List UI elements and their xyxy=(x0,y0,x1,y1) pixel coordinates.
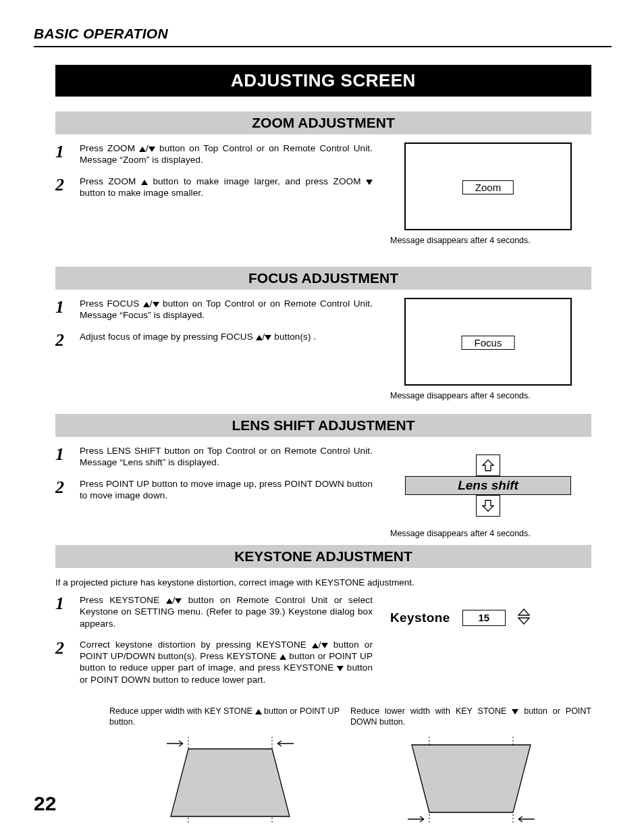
header-rule xyxy=(34,46,612,47)
arrow-up-icon xyxy=(481,459,495,471)
page-number: 22 xyxy=(34,792,56,815)
zoom-screen-illustration: Zoom xyxy=(404,142,572,230)
step-number: 1 xyxy=(55,298,80,321)
zoom-step-1: 1 Press ZOOM / button on Top Control or … xyxy=(55,142,373,166)
keystone-ui-value: 15 xyxy=(462,610,506,626)
step-text: Press LENS SHIFT button on Top Control o… xyxy=(80,445,373,469)
triangle-up-icon xyxy=(279,654,286,660)
step-text: Press ZOOM / button on Top Control or on… xyxy=(80,142,373,166)
svg-marker-2 xyxy=(171,749,290,816)
triangle-down-icon xyxy=(337,666,344,671)
triangle-down-icon xyxy=(175,598,182,604)
keystone-diagrams-row: Reduce upper width with KEY STONE button… xyxy=(55,706,591,827)
keystone-ui-label: Keystone xyxy=(390,610,450,625)
arrow-up-box xyxy=(476,454,500,476)
zoom-row: 1 Press ZOOM / button on Top Control or … xyxy=(55,142,591,245)
keystone-heading: KEYSTONE ADJUSTMENT xyxy=(55,545,591,568)
zoom-step-2: 2 Press ZOOM button to make image larger… xyxy=(55,176,373,199)
triangle-down-icon xyxy=(321,643,328,648)
lens-shift-label: Lens shift xyxy=(405,476,571,495)
step-text: Press ZOOM button to make image larger, … xyxy=(80,176,373,199)
lens-shift-illustration: Lens shift xyxy=(405,454,571,517)
step-number: 1 xyxy=(55,594,80,629)
step-number: 2 xyxy=(55,176,80,199)
svg-marker-7 xyxy=(412,745,531,812)
step-text: Press KEYSTONE / button on Remote Contro… xyxy=(80,594,373,629)
triangle-down-icon xyxy=(265,335,271,340)
keystone-step-1: 1 Press KEYSTONE / button on Remote Cont… xyxy=(55,594,373,629)
step-text: Press FOCUS / button on Top Control or o… xyxy=(80,298,373,321)
step-number: 1 xyxy=(55,445,80,469)
keystone-col-upper: Reduce upper width with KEY STONE button… xyxy=(55,706,350,827)
triangle-up-icon xyxy=(312,643,319,648)
focus-step-2: 2 Adjust focus of image by pressing FOCU… xyxy=(55,331,373,349)
trapezoid-upper-icon xyxy=(163,737,298,827)
step-text: Correct keystone distortion by pressing … xyxy=(80,639,373,685)
focus-row: 1 Press FOCUS / button on Top Control or… xyxy=(55,298,591,400)
triangle-down-icon xyxy=(153,302,159,307)
arrow-down-box xyxy=(476,495,500,517)
focus-message-label: Focus xyxy=(462,336,515,350)
trapezoid-lower-icon xyxy=(404,737,539,827)
lens-row: 1 Press LENS SHIFT button on Top Control… xyxy=(55,445,591,538)
focus-heading: FOCUS ADJUSTMENT xyxy=(55,267,591,290)
keystone-dialog-illustration: Keystone 15 xyxy=(390,608,591,628)
triangle-down-icon xyxy=(366,180,373,185)
triangle-down-icon xyxy=(149,147,155,152)
zoom-message-label: Zoom xyxy=(462,180,514,194)
lens-heading: LENS SHIFT ADJUSTMENT xyxy=(55,414,591,437)
focus-caption: Message disappears after 4 seconds. xyxy=(390,391,591,400)
page-content: ADJUSTING SCREEN ZOOM ADJUSTMENT 1 Press… xyxy=(55,65,591,827)
keystone-step-2: 2 Correct keystone distortion by pressin… xyxy=(55,639,373,685)
triangle-up-icon xyxy=(255,709,262,714)
focus-step-1: 1 Press FOCUS / button on Top Control or… xyxy=(55,298,373,321)
keystone-col-text: Reduce lower width with KEY STONE button… xyxy=(350,706,591,727)
step-number: 2 xyxy=(55,331,80,349)
focus-screen-illustration: Focus xyxy=(404,298,572,386)
zoom-heading: ZOOM ADJUSTMENT xyxy=(55,111,591,134)
step-text: Press POINT UP button to move image up, … xyxy=(80,478,373,502)
triangle-down-icon xyxy=(512,709,518,714)
lens-step-2: 2 Press POINT UP button to move image up… xyxy=(55,478,373,502)
triangle-up-icon xyxy=(256,335,263,340)
page-heading: BASIC OPERATION xyxy=(34,26,612,42)
arrow-down-icon xyxy=(481,500,495,512)
keystone-col-lower: Reduce lower width with KEY STONE button… xyxy=(350,706,591,827)
zoom-caption: Message disappears after 4 seconds. xyxy=(390,236,591,245)
lens-caption: Message disappears after 4 seconds. xyxy=(390,529,591,538)
step-number: 1 xyxy=(55,142,80,166)
keystone-row: 1 Press KEYSTONE / button on Remote Cont… xyxy=(55,594,591,695)
step-number: 2 xyxy=(55,478,80,502)
step-number: 2 xyxy=(55,639,80,685)
updown-icon xyxy=(516,608,531,628)
step-text: Adjust focus of image by pressing FOCUS … xyxy=(80,331,373,349)
triangle-up-icon xyxy=(139,147,146,152)
keystone-intro: If a projected picture has keystone dist… xyxy=(55,577,591,588)
triangle-up-icon xyxy=(143,302,150,307)
keystone-col-text: Reduce upper width with KEY STONE button… xyxy=(109,706,350,727)
triangle-up-icon xyxy=(166,598,173,604)
lens-step-1: 1 Press LENS SHIFT button on Top Control… xyxy=(55,445,373,469)
title-bar: ADJUSTING SCREEN xyxy=(55,65,591,97)
triangle-up-icon xyxy=(141,180,148,185)
